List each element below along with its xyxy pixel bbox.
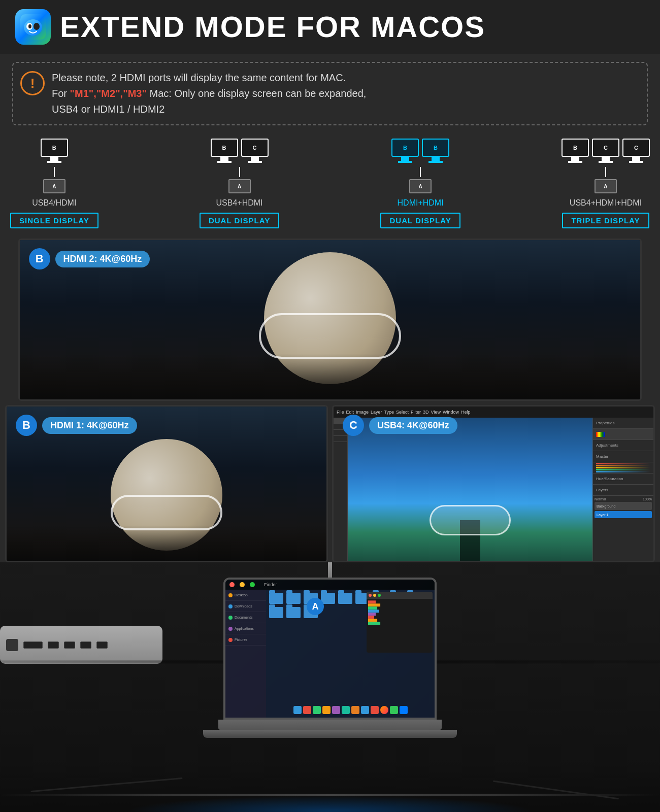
folder-1	[269, 593, 283, 604]
mac-sidebar: Desktop Downloads Documents Applications	[225, 590, 266, 720]
badge-dual2: DUAL DISPLAY	[380, 213, 460, 228]
hub-outline-right	[430, 505, 511, 535]
macbook-section: Finder Desktop Downloads Documents	[0, 562, 660, 765]
hub-port-4	[80, 641, 91, 649]
dock-app-12	[400, 706, 408, 714]
monitor-c-dual1: C	[241, 139, 269, 163]
laptop-dual1: A	[228, 179, 251, 193]
monitor-b2-dual2: B	[422, 139, 449, 163]
diag-monitors-single: B	[41, 139, 68, 163]
hub-port-3	[64, 641, 75, 649]
badge-dual1: DUAL DISPLAY	[200, 213, 279, 228]
diag-monitors-triple: B C C	[562, 139, 650, 163]
laptop-dual2: A	[409, 179, 432, 193]
dock-app-10	[380, 706, 388, 714]
conn-line-dual1	[239, 167, 240, 177]
bottom-left-letter: B	[16, 415, 37, 436]
terminal-titlebar	[367, 592, 433, 599]
badge-single: SINGLE DISPLAY	[10, 213, 98, 228]
diag-label-single: USB4/HDMI	[32, 198, 76, 208]
macbook-a-label: A	[307, 598, 324, 615]
header: EXTEND MODE FOR MACOS	[0, 0, 660, 54]
folder-2	[286, 593, 301, 604]
monitor-c2-triple: C	[622, 139, 650, 163]
top-monitor: B HDMI 2: 4K@60Hz	[18, 239, 642, 401]
folder-11	[286, 607, 301, 618]
laptop-triple: A	[595, 179, 617, 193]
sidebar-item-1: Desktop	[225, 590, 266, 601]
notice-box: ! Please note, 2 HDMI ports will display…	[12, 62, 648, 125]
diag-label-dual2: HDMI+HDMI	[398, 198, 444, 208]
monitor-b-single: B	[41, 139, 68, 163]
bottom-right-resolution: USB4: 4K@60Hz	[369, 417, 457, 434]
diagram-section: B A USB4/HDMI SINGLE DISPLAY B	[0, 133, 660, 239]
dock-app-2	[303, 706, 311, 714]
bottom-left-resolution: HDMI 1: 4K@60Hz	[42, 417, 137, 434]
landscape-top	[20, 354, 641, 399]
diag-group-dual1: B C A USB4+HDMI DUAL DISPLAY	[200, 139, 279, 228]
terminal-window: █████ ████████ ██████ ███████ █████ ████…	[367, 592, 433, 653]
folder-5	[338, 593, 352, 604]
hub-button	[6, 639, 18, 651]
diag-label-dual1: USB4+HDMI	[216, 198, 263, 208]
mac-dot-red	[229, 582, 235, 587]
screens-section: B HDMI 2: 4K@60Hz B HDMI 1: 4K@60Hz File…	[0, 239, 660, 562]
sidebar-item-5: Pictures	[225, 634, 266, 646]
bottom-left-label: B HDMI 1: 4K@60Hz	[16, 415, 137, 436]
top-monitor-letter: B	[29, 248, 50, 269]
dock-app-8	[361, 706, 369, 714]
warning-icon: !	[20, 71, 45, 95]
bottom-left-monitor: B HDMI 1: 4K@60Hz	[5, 405, 328, 562]
dock-app-5	[332, 706, 340, 714]
dock-app-9	[371, 706, 379, 714]
landscape-left	[7, 525, 326, 561]
macbook-chin	[218, 720, 442, 730]
dock-app-1	[293, 706, 302, 714]
monitor-b1-dual2: B	[391, 139, 419, 163]
hub-port-1	[23, 641, 43, 649]
mac-topbar: Finder	[225, 580, 435, 590]
svg-point-4	[34, 23, 40, 30]
mac-topbar-title: Finder	[264, 582, 277, 587]
diag-group-dual2: B B A HDMI+HDMI DUAL DISPLAY	[380, 139, 460, 228]
floor-area	[0, 765, 660, 812]
mac-dock	[266, 704, 435, 716]
mac-dot-green	[250, 582, 255, 587]
conn-line-triple	[605, 167, 606, 177]
diag-group-triple: B C C A USB4+HDM	[562, 139, 650, 228]
cable-1	[30, 777, 182, 792]
macbook-letter: A	[307, 598, 324, 615]
diag-group-single: B A USB4/HDMI SINGLE DISPLAY	[10, 139, 98, 228]
mac-dot-yellow	[240, 582, 245, 587]
bottom-monitors: B HDMI 1: 4K@60Hz File Edit Image Layer …	[5, 405, 655, 562]
finder-icon	[15, 9, 51, 45]
bottom-right-letter: C	[343, 415, 364, 436]
ps-tools-panel	[334, 418, 348, 562]
bottom-right-monitor: File Edit Image Layer Type Select Filter…	[332, 405, 655, 562]
monitor-c1-triple: C	[592, 139, 619, 163]
hub-port-2	[48, 641, 59, 649]
top-monitor-resolution: HDMI 2: 4K@60Hz	[55, 251, 150, 267]
svg-point-5	[28, 24, 31, 28]
floor-glow	[127, 796, 533, 812]
notice-text: Please note, 2 HDMI ports will display t…	[52, 70, 366, 117]
terminal-content: █████ ████████ ██████ ███████ █████ ████…	[367, 599, 433, 626]
macbook-wrapper: Finder Desktop Downloads Documents	[203, 578, 457, 738]
dock-app-4	[322, 706, 331, 714]
monitor-b-dual1: B	[211, 139, 238, 163]
folder-10	[269, 607, 283, 618]
conn-line-single	[54, 167, 55, 177]
ps-side-panels: Properties Adjustments Master	[592, 418, 653, 562]
hub-outline-left	[111, 495, 222, 530]
badge-triple: TRIPLE DISPLAY	[562, 213, 649, 228]
sky-image	[348, 418, 592, 561]
dock-app-6	[342, 706, 350, 714]
dock-app-7	[351, 706, 359, 714]
hub-outline-top	[259, 313, 401, 359]
page-title: EXTEND MODE FOR MACOS	[60, 12, 485, 42]
dock-app-3	[313, 706, 321, 714]
conn-line-dual2	[420, 167, 421, 177]
dock-app-11	[390, 706, 398, 714]
monitor-b-triple: B	[562, 139, 589, 163]
top-monitor-label: B HDMI 2: 4K@60Hz	[29, 248, 150, 269]
